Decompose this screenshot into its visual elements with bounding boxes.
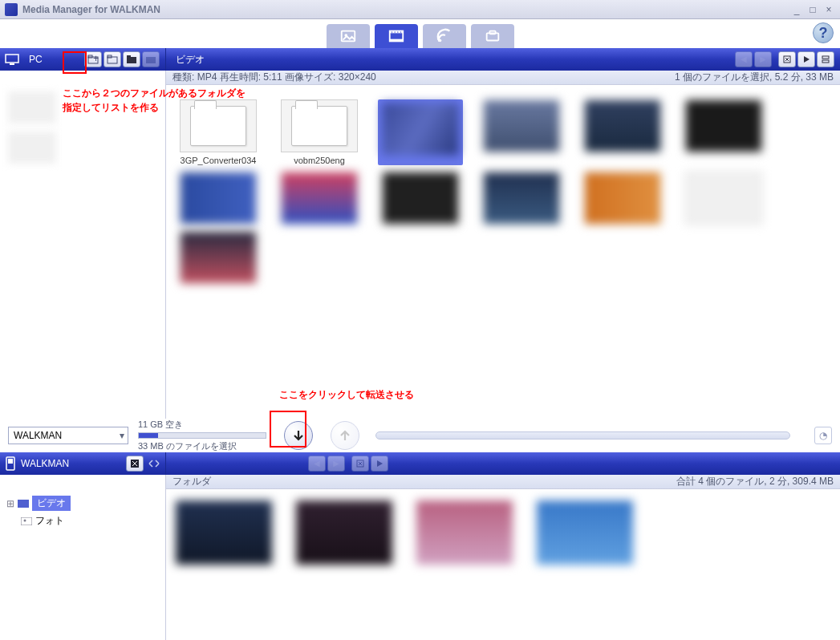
svg-text:+: + — [93, 55, 99, 64]
folder-item[interactable]: vobm250eng — [277, 99, 362, 165]
video-item[interactable] — [277, 172, 362, 225]
video-item[interactable] — [580, 99, 665, 165]
device-video-item[interactable] — [537, 500, 633, 565]
play-button[interactable] — [797, 51, 815, 67]
file-info-left: 種類: MP4 再生時間: 5:11 画像サイズ: 320×240 — [172, 71, 376, 84]
expand-icon[interactable] — [148, 457, 160, 470]
close-button[interactable]: × — [822, 4, 835, 15]
video-item-selected[interactable] — [378, 99, 463, 165]
app-icon — [5, 3, 18, 16]
walkman-device-bar: WALKMAN — [0, 452, 166, 475]
svg-rect-19 — [127, 57, 136, 63]
device-tree: ⊞ ビデオ フォト — [0, 489, 166, 640]
video-label: ビデオ — [176, 53, 205, 67]
nav-back-button: ◄ — [735, 51, 753, 67]
device-info-left: フォルダ — [172, 475, 211, 488]
progress-slider[interactable] — [375, 431, 790, 439]
video-item[interactable] — [378, 172, 463, 225]
file-info-strip: 種類: MP4 再生時間: 5:11 画像サイズ: 320×240 1 個のファ… — [166, 71, 840, 85]
dev-nav-fwd: ► — [327, 456, 345, 472]
pc-source-bar: PC + — [0, 48, 166, 71]
tab-tools[interactable] — [471, 24, 514, 48]
device-delete-button[interactable] — [126, 456, 144, 472]
svg-rect-23 — [822, 56, 829, 59]
maximize-button[interactable]: □ — [806, 4, 819, 15]
walkman-label: WALKMAN — [21, 458, 69, 469]
tree-video-label: ビデオ — [32, 496, 71, 511]
transfer-bar: WALKMAN 11 GB 空き 33 MB のファイルを選択 ◔ — [0, 419, 840, 452]
tab-podcast[interactable] — [423, 24, 466, 48]
video-item[interactable] — [479, 172, 564, 225]
dev-nav-back: ◄ — [308, 456, 326, 472]
dev-delete-button — [351, 456, 369, 472]
walkman-content-bar: ◄ ► — [166, 452, 840, 475]
svg-point-8 — [400, 31, 400, 32]
monitor-icon — [5, 54, 19, 65]
svg-rect-24 — [822, 60, 829, 63]
category-tabs: ? — [0, 19, 840, 48]
video-item[interactable] — [681, 172, 766, 225]
arrow-up-icon — [338, 428, 352, 443]
device-video-item[interactable] — [296, 500, 392, 565]
list-view-button[interactable] — [817, 51, 834, 67]
svg-rect-29 — [18, 500, 29, 508]
device-info-right: 合計 4 個のファイル, 2 分, 309.4 MB — [676, 475, 834, 488]
add-folder-button[interactable]: + — [84, 51, 102, 67]
video-item[interactable] — [681, 99, 766, 165]
svg-rect-20 — [127, 55, 131, 58]
svg-point-6 — [394, 31, 395, 32]
device-video-item[interactable] — [416, 500, 513, 565]
svg-point-9 — [438, 39, 441, 43]
help-button[interactable]: ? — [813, 22, 834, 43]
svg-rect-21 — [146, 57, 156, 63]
window-title: Media Manager for WALKMAN — [22, 4, 790, 15]
dev-play-button — [371, 456, 388, 472]
file-info-right: 1 個のファイルを選択, 5.2 分, 33 MB — [675, 71, 834, 84]
tree-node-video[interactable]: ⊞ ビデオ — [6, 494, 159, 512]
folder-black-button[interactable] — [123, 51, 140, 67]
svg-rect-4 — [389, 39, 403, 42]
folder-caption: vobm250eng — [294, 156, 345, 165]
folder-icon — [190, 106, 246, 146]
svg-point-5 — [391, 31, 392, 32]
walkman-icon — [5, 456, 16, 471]
device-thumbnails — [166, 489, 840, 640]
pc-label: PC — [29, 54, 43, 65]
video-item[interactable] — [479, 99, 564, 165]
folder-disabled-button — [142, 51, 160, 67]
thumbnail-panel: 3GP_Converter034 vobm250eng — [166, 85, 840, 419]
svg-point-31 — [24, 519, 26, 521]
transfer-up-button — [331, 421, 359, 450]
video-item[interactable] — [580, 172, 665, 225]
delete-button[interactable] — [778, 51, 796, 67]
capacity-bar — [138, 432, 266, 439]
svg-point-7 — [397, 31, 398, 32]
schedule-button[interactable]: ◔ — [814, 427, 832, 444]
video-content-bar: ビデオ ◄ ► — [166, 48, 840, 71]
remove-folder-button[interactable] — [103, 51, 121, 67]
nav-fwd-button: ► — [754, 51, 772, 67]
arrow-down-icon — [291, 428, 306, 443]
capacity-selected: 33 MB のファイルを選択 — [138, 440, 266, 452]
folder-icon — [291, 106, 347, 146]
svg-rect-13 — [10, 63, 14, 65]
video-item[interactable] — [176, 172, 261, 225]
device-video-item[interactable] — [176, 500, 272, 565]
transfer-down-button[interactable] — [284, 421, 313, 450]
tree-photo-label: フォト — [35, 514, 64, 528]
folder-item[interactable]: 3GP_Converter034 — [176, 99, 261, 165]
device-info-strip: フォルダ 合計 4 個のファイル, 2 分, 309.4 MB — [166, 475, 840, 489]
tree-node-photo[interactable]: フォト — [6, 512, 159, 529]
svg-rect-30 — [21, 517, 32, 525]
capacity-free: 11 GB 空き — [138, 419, 266, 431]
tab-photo[interactable] — [327, 24, 370, 48]
titlebar: Media Manager for WALKMAN _ □ × — [0, 0, 840, 19]
device-select[interactable]: WALKMAN — [8, 427, 128, 444]
svg-rect-11 — [489, 31, 495, 34]
minimize-button[interactable]: _ — [790, 4, 803, 15]
pc-folder-tree[interactable] — [0, 85, 166, 419]
photo-icon — [21, 517, 32, 525]
folder-caption: 3GP_Converter034 — [181, 156, 257, 165]
video-item[interactable] — [176, 231, 261, 284]
tab-video[interactable] — [375, 24, 418, 48]
